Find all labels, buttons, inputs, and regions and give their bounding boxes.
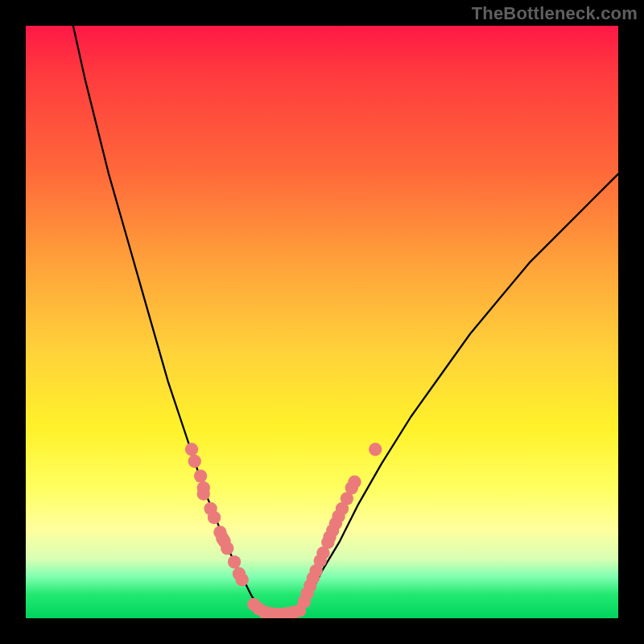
- data-marker: [221, 542, 233, 555]
- data-marker: [348, 476, 361, 489]
- plot-area: [26, 26, 618, 618]
- data-marker: [194, 469, 207, 482]
- data-marker: [185, 443, 198, 456]
- data-marker: [188, 455, 201, 468]
- chart-svg: [26, 26, 618, 618]
- data-marker: [369, 443, 382, 456]
- watermark-label: TheBottleneck.com: [472, 3, 638, 24]
- chart-stage: TheBottleneck.com: [0, 0, 644, 644]
- data-marker: [197, 487, 210, 500]
- data-marker: [228, 555, 241, 568]
- data-marker: [208, 511, 221, 524]
- curve-layer: [73, 26, 618, 615]
- bottleneck-curve: [73, 26, 618, 615]
- marker-layer: [185, 443, 382, 618]
- data-marker: [235, 573, 248, 586]
